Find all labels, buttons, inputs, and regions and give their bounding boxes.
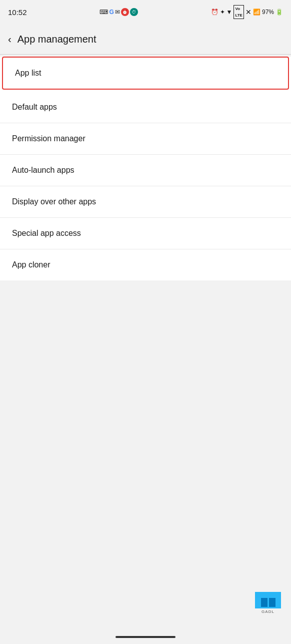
back-button[interactable]: ‹: [8, 34, 12, 45]
watermark: GADL: [253, 592, 283, 614]
battery-percent: 97%: [262, 9, 274, 16]
menu-item-app-list[interactable]: App list: [2, 57, 289, 90]
menu-item-app-cloner[interactable]: App cloner: [0, 249, 291, 280]
menu-item-default-apps[interactable]: Default apps: [0, 92, 291, 123]
watermark-logo: [255, 592, 281, 608]
watermark-text: GADL: [262, 609, 274, 614]
page-header: ‹ App management: [0, 24, 291, 54]
signal-bars-icon: 📶: [253, 9, 260, 16]
alarm-icon: ⏰: [121, 8, 129, 16]
menu-item-display-over-other-apps[interactable]: Display over other apps: [0, 186, 291, 218]
timer-icon: ⏱: [130, 8, 138, 16]
clock-icon: ⏰: [211, 9, 218, 16]
volte-icon: VoLTE: [234, 5, 244, 19]
home-bar[interactable]: [116, 636, 176, 638]
menu-list: App listDefault appsPermission managerAu…: [0, 57, 291, 280]
battery-icon: 🔋: [276, 9, 283, 16]
status-right-icons: ⏰ ✦ ▼ VoLTE ✕ 📶 97% 🔋: [211, 5, 283, 19]
keyboard-icon: ⌨: [100, 9, 108, 16]
menu-item-auto-launch-apps[interactable]: Auto-launch apps: [0, 155, 291, 186]
header-divider: [0, 54, 291, 55]
menu-item-permission-manager[interactable]: Permission manager: [0, 123, 291, 155]
mail-icon: ✉: [115, 9, 120, 16]
wifi-icon: ▼: [226, 9, 232, 16]
status-bar: 10:52 ⌨ G ✉ ⏰ ⏱ ⏰ ✦ ▼ VoLTE ✕ 📶 97% 🔋: [0, 0, 291, 24]
page-title: App management: [18, 34, 96, 45]
notification-icons: ⌨ G ✉ ⏰ ⏱: [100, 8, 138, 16]
signal-icon: ✕: [246, 8, 252, 16]
bluetooth-icon: ✦: [220, 9, 225, 16]
menu-item-special-app-access[interactable]: Special app access: [0, 218, 291, 249]
status-time: 10:52: [8, 8, 27, 17]
google-icon: G: [109, 9, 114, 16]
